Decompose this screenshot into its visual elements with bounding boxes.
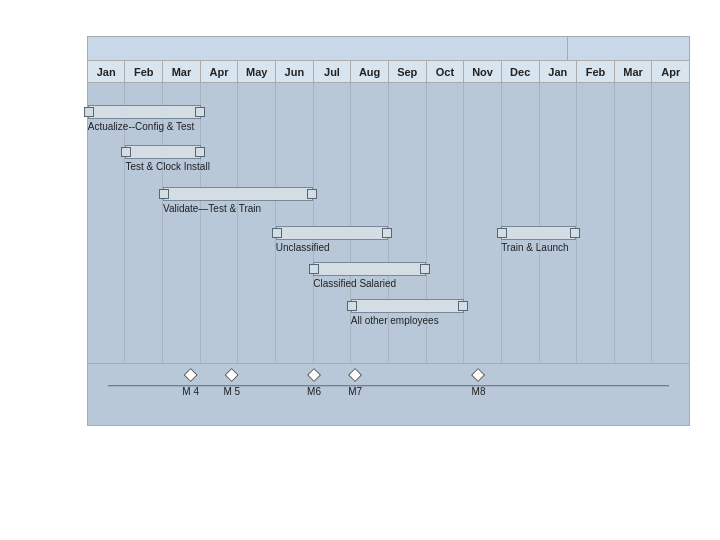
bar-end-right-task6: [458, 301, 468, 311]
bar-end-left-task2: [121, 147, 131, 157]
milestone-text-M4: M 4: [182, 386, 199, 397]
bar-end-left-task7: [497, 228, 507, 238]
milestone-row: M 4M 5M6M7M8: [88, 363, 689, 407]
milestone-M5: M 5: [223, 370, 240, 397]
month-cell-sep-8: Sep: [389, 61, 427, 82]
bar-end-right-task2: [195, 147, 205, 157]
milestone-text-M8: M8: [472, 386, 486, 397]
milestone-text-M7: M7: [348, 386, 362, 397]
gantt-body: Actualize--Config & TestTest & Clock Ins…: [88, 83, 689, 363]
month-header: JanFebMarAprMayJunJulAugSepOctNovDecJanF…: [88, 61, 689, 83]
bar-area: Actualize--Config & TestTest & Clock Ins…: [88, 83, 689, 363]
task-label-task3: Validate—Test & Train: [163, 203, 261, 214]
milestone-text-M6: M6: [307, 386, 321, 397]
milestone-diamond-M5: [225, 368, 239, 382]
milestone-M6: M6: [307, 370, 321, 397]
bar-end-right-task3: [307, 189, 317, 199]
milestone-diamond-M6: [307, 368, 321, 382]
month-cell-dec-11: Dec: [502, 61, 540, 82]
milestone-M7: M7: [348, 370, 362, 397]
year-2013: [568, 37, 689, 60]
bar-end-right-task1: [195, 107, 205, 117]
month-cell-may-4: May: [238, 61, 276, 82]
month-cell-feb-13: Feb: [577, 61, 615, 82]
milestone-M4: M 4: [182, 370, 199, 397]
month-cell-jul-6: Jul: [314, 61, 352, 82]
task-label-task4: Unclassified: [276, 242, 330, 253]
bar-end-left-task5: [309, 264, 319, 274]
milestone-text-M5: M 5: [223, 386, 240, 397]
task-bar-task6: [351, 299, 464, 313]
bar-end-left-task1: [84, 107, 94, 117]
page: JanFebMarAprMayJunJulAugSepOctNovDecJanF…: [0, 0, 720, 540]
milestone-diamond-M8: [471, 368, 485, 382]
milestone-diamond-M7: [348, 368, 362, 382]
task-label-task7: Train & Launch: [501, 242, 568, 253]
year-header: [88, 37, 689, 61]
month-cell-jun-5: Jun: [276, 61, 314, 82]
month-cell-jan-12: Jan: [540, 61, 578, 82]
task-label-task2: Test & Clock Install: [125, 161, 209, 172]
milestone-items: M 4M 5M6M7M8: [88, 364, 689, 407]
task-bar-task7: [501, 226, 576, 240]
month-cell-nov-10: Nov: [464, 61, 502, 82]
bar-end-left-task4: [272, 228, 282, 238]
bar-end-right-task4: [382, 228, 392, 238]
bar-end-right-task5: [420, 264, 430, 274]
month-cell-mar-14: Mar: [615, 61, 653, 82]
bar-end-right-task7: [570, 228, 580, 238]
month-cell-aug-7: Aug: [351, 61, 389, 82]
task-bar-task2: [125, 145, 200, 159]
task-bar-task3: [163, 187, 313, 201]
month-cell-feb-1: Feb: [125, 61, 163, 82]
milestone-diamond-M4: [184, 368, 198, 382]
task-label-task6: All other employees: [351, 315, 439, 326]
task-bar-task4: [276, 226, 389, 240]
month-cell-mar-2: Mar: [163, 61, 201, 82]
month-cell-apr-3: Apr: [201, 61, 239, 82]
task-bar-task1: [88, 105, 201, 119]
task-label-task1: Actualize--Config & Test: [88, 121, 195, 132]
month-cell-jan-0: Jan: [88, 61, 126, 82]
bar-end-left-task3: [159, 189, 169, 199]
month-cell-oct-9: Oct: [427, 61, 465, 82]
bar-end-left-task6: [347, 301, 357, 311]
task-label-task5: Classified Salaried: [313, 278, 396, 289]
timeline-container: JanFebMarAprMayJunJulAugSepOctNovDecJanF…: [87, 36, 690, 426]
month-cell-apr-15: Apr: [652, 61, 689, 82]
task-bar-task5: [313, 262, 426, 276]
year-2012: [88, 37, 568, 60]
milestone-M8: M8: [472, 370, 486, 397]
